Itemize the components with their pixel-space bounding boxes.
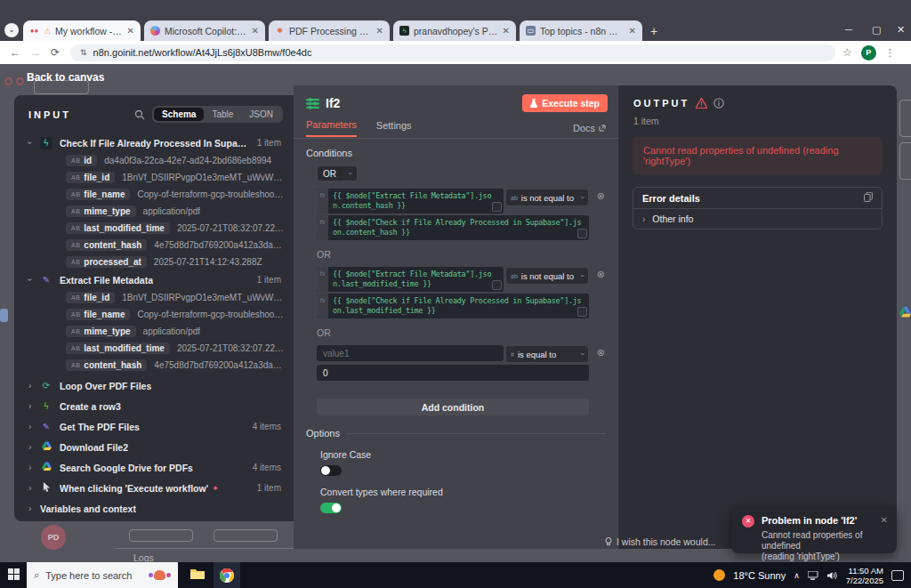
chevron-right-icon[interactable]: › [28, 503, 40, 513]
tree-node-manual-trigger[interactable]: › When clicking 'Execute workflow' ✦ 1 i… [14, 479, 294, 497]
other-info-row[interactable]: › Other info [633, 208, 882, 229]
schema-field[interactable]: ABmime_typeapplication/pdf [14, 203, 294, 220]
bookmark-star-icon[interactable]: ☆ [842, 46, 852, 59]
schema-field[interactable]: ABidda4a0f3a-22ca-42e7-ad24-2bd686eb8994 [14, 152, 294, 169]
chevron-right-icon[interactable]: › [28, 442, 40, 452]
condition-right-expression[interactable]: fx {{ $node["Check if File Already Proce… [317, 215, 589, 240]
tab-json[interactable]: JSON [241, 108, 281, 121]
condition-left-expression[interactable]: fx {{ $node["Extract File Metadata"].jso… [317, 189, 504, 213]
chevron-right-icon[interactable]: › [28, 422, 40, 431]
copy-icon[interactable] [864, 192, 873, 204]
browser-tab-active[interactable]: ●● ⚠ My workflow - n8n ✕ [23, 20, 141, 41]
tree-node-variables[interactable]: › Variables and context [14, 499, 294, 518]
network-icon[interactable] [808, 571, 819, 580]
schema-field[interactable]: ABlast_modified_time2025-07-21T08:32:07.… [14, 340, 294, 357]
browser-tab[interactable]: ✱ PDF Processing Workflow Opti ✕ [269, 20, 390, 41]
close-tab-icon[interactable]: ✕ [252, 26, 259, 36]
ignore-case-toggle[interactable] [320, 465, 342, 476]
operator-select[interactable]: ab is not equal to › [505, 267, 589, 285]
operator-select[interactable]: ab is not equal to › [505, 189, 589, 206]
schema-field[interactable]: ABfile_nameCopy-of-terraform-gcp-trouble… [14, 306, 294, 323]
browser-tab[interactable]: ϟ pranavdhopey's Project | Goini ✕ [393, 20, 516, 41]
chrome-icon[interactable] [214, 562, 240, 588]
chevron-right-icon[interactable]: › [28, 381, 40, 391]
expand-expression-icon[interactable] [577, 307, 587, 317]
tab-search-button[interactable]: ⌄ [4, 23, 19, 37]
tab-table[interactable]: Table [204, 108, 241, 121]
schema-field[interactable]: ABlast_modified_time2025-07-21T08:32:07.… [14, 220, 294, 237]
weather-text[interactable]: 18°C Sunny [733, 570, 786, 581]
expand-expression-icon[interactable] [577, 229, 587, 238]
forward-icon[interactable]: → [30, 46, 41, 59]
schema-field[interactable]: ABfile_id1BnVf_DSIIRPvgpO1e3meMT_uWvWIDv… [14, 289, 294, 306]
expand-expression-icon[interactable] [492, 280, 502, 290]
tab-settings[interactable]: Settings [376, 120, 412, 136]
chevron-right-icon[interactable]: › [28, 483, 40, 493]
tree-node-supabase-check[interactable]: › ϟ Check If File Already Processed In S… [14, 133, 294, 152]
close-toast-icon[interactable]: ✕ [881, 515, 888, 525]
condition-left-expression[interactable]: fx {{ $node["Extract File Metadata"].jso… [317, 267, 504, 292]
search-icon[interactable] [134, 109, 145, 120]
speaker-icon[interactable] [827, 571, 838, 580]
browser-tab[interactable]: Microsoft Copilot: Your AI comp ✕ [144, 20, 265, 41]
back-icon[interactable]: ← [10, 46, 20, 59]
execute-step-button[interactable]: Execute step [522, 94, 608, 112]
expand-expression-icon[interactable] [492, 202, 502, 212]
tree-node-search-drive[interactable]: › Search Google Drive for PDFs 4 items [14, 458, 294, 477]
user-avatar[interactable]: PD [41, 525, 66, 550]
tab-parameters[interactable]: Parameters [306, 119, 357, 137]
schema-field[interactable]: ABfile_id1BnVf_DSIIRPvgpO1e3meMT_uWvWIDv… [14, 169, 294, 186]
close-tab-icon[interactable]: ✕ [629, 26, 636, 36]
condition-right-input[interactable]: 0 [317, 365, 589, 381]
tree-node-create-row[interactable]: › ϟ Create a row3 [14, 397, 294, 415]
start-button[interactable] [0, 568, 27, 584]
browser-profile-avatar[interactable]: P [861, 45, 876, 60]
chevron-down-icon[interactable]: › [28, 138, 40, 148]
browser-tab[interactable]: ▭ Top topics - n8n Community ✕ [520, 20, 642, 41]
schema-field[interactable]: ABfile_nameCopy-of-terraform-gcp-trouble… [14, 186, 294, 203]
browser-menu-icon[interactable]: ⋮ [885, 47, 895, 59]
remove-condition-icon[interactable]: ⊗ [597, 269, 605, 280]
site-info-icon[interactable]: ⇅ [80, 48, 87, 57]
file-explorer-icon[interactable] [190, 568, 205, 584]
notification-center-icon[interactable] [891, 570, 904, 581]
minimize-button[interactable]: ─ [845, 24, 852, 35]
combinator-select[interactable]: OR› [317, 165, 358, 181]
tree-node-get-pdf[interactable]: › ✎ Get The PDF Files 4 items [14, 417, 294, 436]
node-feedback-link[interactable]: I wish this node would... [605, 536, 715, 547]
weather-icon[interactable] [713, 569, 725, 581]
chevron-right-icon[interactable]: › [28, 463, 40, 472]
condition-right-expression[interactable]: fx {{ $node["Check if File Already Proce… [317, 294, 589, 318]
schema-field[interactable]: ABprocessed_at2025-07-21T14:12:43.288Z [14, 254, 294, 270]
close-tab-icon[interactable]: ✕ [376, 26, 383, 36]
operator-select[interactable]: # is equal to › [505, 345, 589, 363]
remove-condition-icon[interactable]: ⊗ [597, 190, 605, 202]
schema-field[interactable]: ABmime_typeapplication/pdf [14, 323, 294, 340]
chevron-right-icon[interactable]: › [28, 401, 40, 411]
reload-icon[interactable]: ⟳ [51, 46, 60, 59]
maximize-button[interactable]: ▢ [872, 24, 881, 36]
tab-schema[interactable]: Schema [154, 108, 204, 121]
gdrive-icon [40, 441, 52, 454]
tree-node-download-file[interactable]: › Download File2 [14, 438, 294, 456]
close-tab-icon[interactable]: ✕ [503, 26, 510, 36]
chevron-down-icon[interactable]: › [28, 275, 40, 285]
tree-node-extract-metadata[interactable]: › ✎ Extract File Metadata 1 item [14, 270, 294, 289]
docs-link[interactable]: Docs [573, 123, 606, 133]
taskbar-search-box[interactable]: ⌕ Type here to search [27, 562, 178, 588]
taskbar-clock[interactable]: 11:50 AM 7/22/2025 [846, 566, 883, 585]
schema-field[interactable]: ABcontent_hash4e75d8d7bd769200a412a3da7e… [14, 237, 294, 254]
info-icon[interactable] [713, 98, 724, 109]
new-tab-button[interactable]: + [650, 24, 657, 38]
tray-expand-icon[interactable]: ∧ [794, 571, 800, 580]
tree-node-loop[interactable]: › ⟳ Loop Over PDF Files [14, 376, 294, 395]
url-bar[interactable]: ⇅ n8n.goinit.net/workflow/At4JjLs6j8xU8B… [70, 44, 835, 61]
convert-types-toggle[interactable] [320, 503, 342, 513]
remove-condition-icon[interactable]: ⊗ [597, 347, 605, 358]
add-condition-button[interactable]: Add condition [317, 399, 589, 415]
schema-field[interactable]: ABcontent_hash4e75d8d7bd769200a412a3da7e… [14, 357, 294, 374]
close-tab-icon[interactable]: ✕ [127, 26, 134, 36]
close-window-button[interactable]: ✕ [897, 24, 905, 36]
search-highlight-icon [149, 570, 171, 580]
condition-left-input[interactable]: value1 [317, 345, 504, 361]
